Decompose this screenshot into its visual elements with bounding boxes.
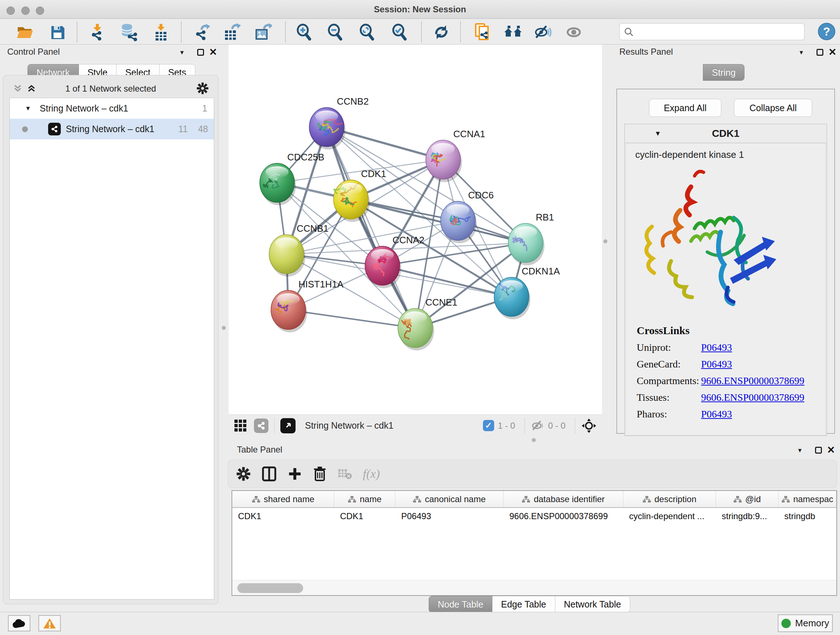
zoom-selected-icon[interactable] <box>389 23 410 41</box>
apply-layout-icon[interactable] <box>431 23 452 41</box>
table-cell[interactable]: 9606.ENSP00000378699 <box>504 508 623 524</box>
table-row[interactable]: CDK1CDK1P064939606.ENSP00000378699cyclin… <box>232 508 836 524</box>
export-image-icon[interactable] <box>253 23 273 41</box>
crosslink-link[interactable]: P06493 <box>701 358 732 370</box>
collapse-all-button[interactable]: Collapse All <box>734 99 812 117</box>
window-minimize-circle[interactable] <box>21 6 30 15</box>
zoom-fit-icon[interactable] <box>356 23 377 41</box>
export-network-icon[interactable] <box>192 23 213 41</box>
right-splitter-handle[interactable] <box>603 239 607 243</box>
delete-column-trash-icon[interactable] <box>313 466 327 482</box>
node-CDKN1A[interactable] <box>494 277 531 319</box>
network-collection-row[interactable]: ▼ String Network – cdk1 1 <box>10 98 214 119</box>
table-cell[interactable]: cyclin-dependent ... <box>623 508 716 524</box>
network-share-view-icon[interactable] <box>254 418 268 433</box>
node-HIST1H1A[interactable] <box>271 290 307 333</box>
column-header-name[interactable]: name <box>334 491 395 507</box>
selected-checkbox-icon[interactable]: ✓ <box>483 420 494 431</box>
node-CCNB1[interactable] <box>269 234 305 277</box>
table-panel-close-icon[interactable]: ✕ <box>826 445 836 455</box>
tree-expander-icon[interactable]: ▼ <box>25 105 31 112</box>
hide-graphics-icon[interactable] <box>532 23 553 41</box>
export-table-icon[interactable] <box>221 23 242 41</box>
table-tab-network-table[interactable]: Network Table <box>555 596 630 613</box>
gene-section-header[interactable]: ▼ CDK1 <box>625 124 827 143</box>
crosslink-link[interactable]: 9606.ENSP00000378699 <box>701 375 804 386</box>
houses-icon[interactable] <box>502 23 523 41</box>
node-CCNA1[interactable] <box>426 140 462 182</box>
create-column-plus-icon[interactable] <box>287 467 302 481</box>
column-header-canonical-name[interactable]: canonical name <box>395 491 504 507</box>
scrollbar-thumb[interactable] <box>237 583 303 593</box>
window-close-circle[interactable] <box>6 6 15 15</box>
left-splitter-handle[interactable] <box>222 326 226 330</box>
table-cell[interactable]: stringdb <box>778 508 836 524</box>
toolbar-separator <box>421 22 422 42</box>
network-canvas[interactable]: CCNB2CCNA1CDC25BCDK1CDC6RB1CCNB1CCNA2CDK… <box>229 44 602 415</box>
network-options-gear-icon[interactable] <box>196 82 209 95</box>
table-cell[interactable]: stringdb:9... <box>716 508 778 524</box>
node-CCNB2[interactable] <box>309 108 346 149</box>
node-CDK1[interactable] <box>333 180 370 222</box>
first-neighbors-icon[interactable] <box>472 23 493 41</box>
table-tab-edge-table[interactable]: Edge Table <box>493 596 555 613</box>
window-zoom-circle[interactable] <box>36 6 44 15</box>
results-panel-float-icon[interactable]: ▾ <box>796 47 807 57</box>
search-input[interactable] <box>637 27 800 37</box>
grid-view-icon[interactable] <box>234 419 248 432</box>
import-database-icon[interactable] <box>118 23 140 41</box>
control-panel-close-icon[interactable]: ✕ <box>208 47 218 57</box>
table-cell[interactable]: CDK1 <box>334 508 395 524</box>
results-panel-close-icon[interactable]: ✕ <box>827 47 838 57</box>
birds-eye-navigator-icon[interactable] <box>581 418 597 434</box>
control-panel-float-icon[interactable]: ▾ <box>177 47 187 57</box>
expand-all-button[interactable]: Expand All <box>649 99 722 117</box>
memory-button[interactable]: Memory <box>778 614 833 632</box>
import-table-icon[interactable] <box>150 23 172 41</box>
zoom-out-icon[interactable] <box>325 23 346 41</box>
table-tab-node-table[interactable]: Node Table <box>429 596 493 613</box>
results-panel-maximize-icon[interactable] <box>814 47 825 57</box>
import-network-icon[interactable] <box>87 23 108 41</box>
search-box[interactable] <box>619 23 805 40</box>
column-header-description[interactable]: description <box>623 491 716 507</box>
edge-HIST1H1A-CCNE1[interactable] <box>288 310 415 328</box>
show-graphics-icon[interactable] <box>563 23 584 41</box>
crosslink-link[interactable]: P06493 <box>701 342 732 353</box>
column-header-label: namespac <box>793 494 834 504</box>
control-panel-maximize-icon[interactable] <box>195 47 206 57</box>
node-CCNA2[interactable] <box>365 246 401 288</box>
node-CCNE1[interactable] <box>398 309 434 350</box>
section-collapse-icon[interactable]: ▼ <box>654 130 661 138</box>
table-cell[interactable]: P06493 <box>395 508 504 524</box>
node-CDC25B[interactable] <box>260 163 296 205</box>
table-panel-float-icon[interactable]: ▾ <box>794 445 805 455</box>
show-columns-icon[interactable] <box>262 466 277 482</box>
edge-CCNB2-CCNE1[interactable] <box>327 127 415 328</box>
cloud-button[interactable] <box>8 615 30 631</box>
table-horizontal-scrollbar[interactable] <box>232 580 836 595</box>
table-options-gear-icon[interactable] <box>236 467 251 481</box>
column-header-shared-name[interactable]: shared name <box>232 491 334 507</box>
open-folder-icon[interactable] <box>14 23 35 41</box>
horizontal-splitter-handle[interactable] <box>532 438 536 442</box>
table-cell[interactable]: CDK1 <box>232 508 334 524</box>
table-panel-title: Table Panel <box>237 445 282 455</box>
warning-button[interactable] <box>38 615 61 631</box>
node-RB1[interactable] <box>508 223 545 265</box>
save-icon[interactable] <box>47 23 68 41</box>
column-header-namespac[interactable]: namespac <box>778 491 836 507</box>
results-panel-tab-string[interactable]: String <box>703 64 745 81</box>
zoom-in-icon[interactable] <box>294 23 314 41</box>
detach-view-icon[interactable] <box>280 418 295 433</box>
column-header-@id[interactable]: @id <box>716 491 778 507</box>
crosslink-link[interactable]: 9606.ENSP00000378699 <box>701 392 804 403</box>
network-row[interactable]: String Network – cdk1 11 48 <box>10 119 214 139</box>
node-table[interactable]: shared namenamecanonical namedatabase id… <box>232 490 837 596</box>
crosslink-link[interactable]: P06493 <box>701 409 732 420</box>
hidden-eye-icon <box>531 420 545 432</box>
results-tab-string[interactable]: String <box>703 64 745 81</box>
table-panel-maximize-icon[interactable] <box>813 445 824 455</box>
column-header-database-identifier[interactable]: database identifier <box>504 491 623 507</box>
help-icon[interactable]: ? <box>818 23 835 40</box>
